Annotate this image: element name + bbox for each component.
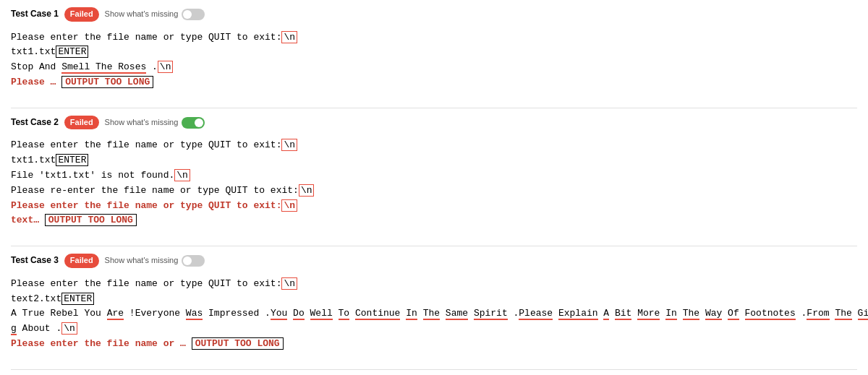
line-2-5: Please enter the file name or type QUIT … [11,199,857,214]
newline-2-3: \n [174,169,190,181]
output-1: Please enter the file name or type QUIT … [11,27,857,93]
test-header-3: Test Case 3 Failed Show what's missing [11,254,857,268]
underlined-smell: Smell The Roses [61,61,146,74]
divider-1 [11,108,857,108]
underlined-to: To [339,308,350,320]
failed-badge-1: Failed [64,7,99,22]
line-2-3: File 'txt1.txt' is not found.\n [11,168,857,184]
failed-badge-3: Failed [64,254,99,268]
underlined-continue: Continue [355,308,400,320]
underlined-do: Do [293,308,305,320]
underlined-spirit: Spirit [474,308,508,320]
output-3: Please enter the file name or type QUIT … [11,274,857,355]
test-header-2: Test Case 2 Failed Show what's missing [11,116,857,130]
line-2-4: Please re-enter the file name or type QU… [11,184,857,199]
underlined-the2: The [683,308,699,320]
test-case-3-label: Test Case 3 [11,254,59,267]
newline-2-1: \n [281,139,297,151]
underlined-in2: In [665,308,677,320]
underlined-the: The [423,308,440,320]
output-2: Please enter the file name or type QUIT … [11,135,857,231]
underlined-same: Same [446,308,468,320]
show-missing-1[interactable]: Show what's missing [105,8,205,21]
toggle-2[interactable] [182,117,205,129]
newline-3-1: \n [281,277,297,290]
show-missing-label-3: Show what's missing [105,254,179,267]
show-missing-2[interactable]: Show what's missing [105,116,205,129]
underlined-the3: The [835,308,851,320]
line-3-4: g About .\n [11,322,857,337]
underlined-was: Was [186,308,203,320]
underlined-please: Please [519,308,553,320]
test-case-1: Test Case 1 Failed Show what's missing P… [11,7,857,93]
line-3-5: Please enter the file name or … OUTPUT T… [11,337,857,352]
underlined-in: In [406,308,417,320]
toggle-1[interactable] [182,9,205,20]
divider-3 [11,369,857,370]
test-case-2-label: Test Case 2 [11,116,59,129]
underlined-given: Given [858,308,868,320]
line-2-1: Please enter the file name or type QUIT … [11,138,857,153]
underlined-from: From [807,308,829,320]
line-1-4: Please … OUTPUT TOO LONG [11,75,857,90]
line-1-3: Stop And Smell The Roses .\n [11,60,857,75]
underlined-more: More [637,308,660,320]
line-3-2: text2.txtENTER [11,292,857,307]
show-missing-3[interactable]: Show what's missing [105,254,205,267]
underlined-bit: Bit [615,308,631,320]
line-3-1: Please enter the file name or type QUIT … [11,277,857,292]
newline-2-4: \n [299,184,315,197]
underlined-of: Of [728,308,739,320]
underlined-a: A [603,308,609,320]
enter-key-3: ENTER [61,293,94,305]
newline-2: \n [158,61,174,73]
toggle-3[interactable] [182,255,205,267]
line-1-2: txt1.txtENTER [11,45,857,60]
underlined-explain: Explain [558,308,598,320]
underlined-way: Way [705,308,722,320]
show-missing-label-1: Show what's missing [105,8,179,21]
test-header-1: Test Case 1 Failed Show what's missing [11,7,857,22]
line-1-1: Please enter the file name or type QUIT … [11,30,857,46]
newline-3-4: \n [61,322,77,335]
divider-2 [11,246,857,246]
test-case-2: Test Case 2 Failed Show what's missing P… [11,116,857,231]
line-3-3: A True Rebel You Are !Everyone Was Impre… [11,306,857,322]
show-missing-label-2: Show what's missing [105,116,179,129]
underlined-footnotes: Footnotes [745,308,796,320]
enter-key-2: ENTER [56,154,88,166]
output-too-long-3: OUTPUT TOO LONG [192,337,284,350]
newline-indicator: \n [281,31,297,43]
output-too-long-1: OUTPUT TOO LONG [61,76,153,88]
line-2-2: txt1.txtENTER [11,153,857,168]
underlined-well: Well [310,308,333,320]
test-case-3: Test Case 3 Failed Show what's missing P… [11,254,857,355]
underlined-you: You [271,308,287,320]
enter-key: ENTER [56,46,88,58]
failed-badge-2: Failed [64,116,99,130]
underlined-g: g [11,323,17,335]
output-too-long-2: OUTPUT TOO LONG [45,214,137,226]
line-2-6: text… OUTPUT TOO LONG [11,213,857,228]
newline-2-5: \n [281,199,297,212]
test-case-1-label: Test Case 1 [11,7,59,21]
underlined-are: Are [107,308,124,320]
